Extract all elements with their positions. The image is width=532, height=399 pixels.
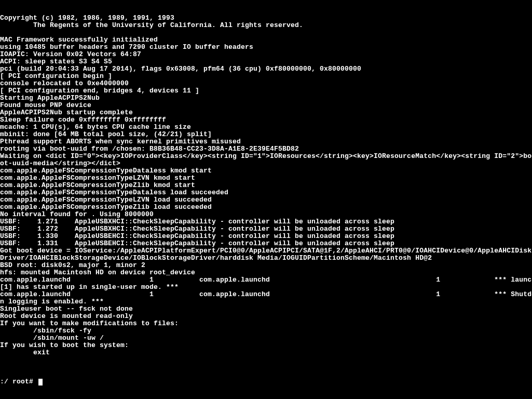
log-line: Waiting on <dict ID="0"><key>IOProviderC… xyxy=(0,153,532,160)
log-line: No interval found for . Using 8000000 xyxy=(0,211,532,218)
log-line: If you wish to boot the system: xyxy=(0,342,532,349)
log-line: [1] has started up in single-user mode. … xyxy=(0,284,532,291)
log-line: com.apple.AppleFSCompressionTypeZlib loa… xyxy=(0,204,532,211)
log-line: console relocated to 0xe4000000 xyxy=(0,80,532,87)
log-line: USBF: 1.272 AppleUSBXHCI::CheckSleepCapa… xyxy=(0,225,532,233)
log-line: Sleep failure code 0xffffffff 0xffffffff xyxy=(0,116,532,124)
log-line: Found mouse PNP device xyxy=(0,102,532,109)
prompt-text: :/ root# xyxy=(0,378,37,385)
log-line: com.apple.launchd 1 com.apple.launchd 1 … xyxy=(0,291,532,298)
log-line: rooting via boot-uuid from /chosen: B8B3… xyxy=(0,145,532,153)
log-line: The Regents of the University of Califor… xyxy=(0,22,532,29)
log-line: USBF: 1.331 AppleUSBEHCI::CheckSleepCapa… xyxy=(0,240,532,247)
terminal-output: Copyright (c) 1982, 1986, 1989, 1991, 19… xyxy=(0,0,532,393)
log-line: com.apple.AppleFSCompressionTypeLZVN loa… xyxy=(0,196,532,204)
log-line: mbinit: done [64 MB total pool size, (42… xyxy=(0,131,532,138)
log-line: IOAPIC: Version 0x02 Vectors 64:87 xyxy=(0,51,532,58)
log-line: /sbin/mount -uw / xyxy=(0,335,532,342)
log-line: com.apple.AppleFSCompressionTypeLZVN kmo… xyxy=(0,175,532,182)
log-line: /sbin/fsck -fy xyxy=(0,327,532,335)
log-line: BSD root: disk0s2, major 1, minor 2 xyxy=(0,262,532,269)
log-line: [ PCI configuration begin ] xyxy=(0,73,532,80)
log-line: ot-uuid-media</string></dict> xyxy=(0,160,532,167)
log-line: Copyright (c) 1982, 1986, 1989, 1991, 19… xyxy=(0,15,532,22)
log-line: Singleuser boot -- fsck not done xyxy=(0,305,532,313)
log-line: n logging is enabled. *** xyxy=(0,298,532,305)
log-line: Driver/IOAHCIBlockStorageDevice/IOBlockS… xyxy=(0,255,532,262)
log-line: Got boot device = IOService:/AppleACPIPl… xyxy=(0,247,532,255)
log-line: AppleACPIPS2Nub startup complete xyxy=(0,109,532,116)
log-line: ACPI: sleep states S3 S4 S5 xyxy=(0,58,532,65)
log-line: com.apple.launchd 1 com.apple.launchd 1 … xyxy=(0,276,532,284)
log-line: Pthread support ABORTS when sync kernel … xyxy=(0,138,532,145)
log-line: com.apple.AppleFSCompressionTypeZlib kmo… xyxy=(0,182,532,189)
log-line: pci (build 20:04:33 Aug 17 2014), flags … xyxy=(0,65,532,73)
log-line xyxy=(0,356,532,364)
log-line: If you want to make modifications to fil… xyxy=(0,320,532,327)
log-line: using 10485 buffer headers and 7290 clus… xyxy=(0,44,532,51)
log-line: USBF: 1.271 AppleUSBXHCI::CheckSleepCapa… xyxy=(0,218,532,225)
log-line xyxy=(0,29,532,36)
log-line: Root device is mounted read-only xyxy=(0,313,532,320)
boot-log-lines: Copyright (c) 1982, 1986, 1989, 1991, 19… xyxy=(0,15,532,364)
log-line: MAC Framework successfully initialized xyxy=(0,36,532,44)
log-line: exit xyxy=(0,349,532,356)
log-line: Starting AppleACPIPS2Nub xyxy=(0,95,532,102)
log-line: USBF: 1.330 AppleUSBEHCI::CheckSleepCapa… xyxy=(0,233,532,240)
log-line: [ PCI configuration end, bridges 4, devi… xyxy=(0,87,532,95)
cursor xyxy=(38,379,43,385)
prompt-line[interactable]: :/ root# xyxy=(0,378,532,385)
log-line: hfs: mounted Macintosh HD on device root… xyxy=(0,269,532,276)
log-line: com.apple.AppleFSCompressionTypeDataless… xyxy=(0,167,532,175)
log-line: com.apple.AppleFSCompressionTypeDataless… xyxy=(0,189,532,196)
log-line: mcache: 1 CPU(s), 64 bytes CPU cache lin… xyxy=(0,124,532,131)
